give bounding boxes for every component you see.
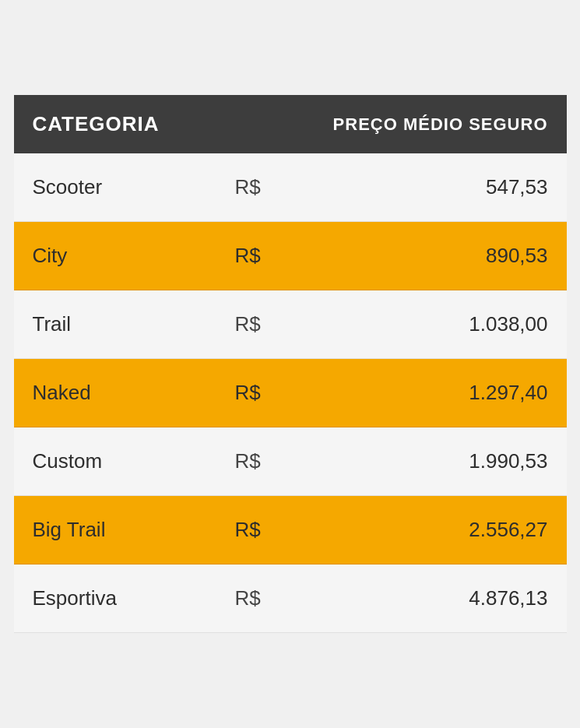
category-cell-big-trail: Big Trail: [14, 496, 216, 564]
value-cell-custom: 1.990,53: [279, 427, 567, 496]
value-cell-big-trail: 2.556,27: [279, 496, 567, 564]
value-cell-city: 890,53: [279, 222, 567, 290]
category-cell-esportiva: Esportiva: [14, 564, 216, 633]
currency-cell-scooter: R$: [216, 153, 279, 222]
value-cell-esportiva: 4.876,13: [279, 564, 567, 633]
header-price: PREÇO MÉDIO SEGURO: [216, 95, 567, 153]
category-cell-naked: Naked: [14, 359, 216, 427]
category-cell-city: City: [14, 222, 216, 290]
main-table-container: CATEGORIA PREÇO MÉDIO SEGURO ScooterR$54…: [14, 95, 567, 633]
table-row-city: CityR$890,53: [14, 222, 567, 290]
table-row-naked: NakedR$1.297,40: [14, 359, 567, 427]
header-category: CATEGORIA: [14, 95, 216, 153]
currency-cell-esportiva: R$: [216, 564, 279, 633]
currency-cell-city: R$: [216, 222, 279, 290]
currency-cell-trail: R$: [216, 290, 279, 359]
table-row-scooter: ScooterR$547,53: [14, 153, 567, 222]
table-row-custom: CustomR$1.990,53: [14, 427, 567, 496]
value-cell-scooter: 547,53: [279, 153, 567, 222]
category-cell-trail: Trail: [14, 290, 216, 359]
table-row-trail: TrailR$1.038,00: [14, 290, 567, 359]
category-cell-scooter: Scooter: [14, 153, 216, 222]
currency-cell-big-trail: R$: [216, 496, 279, 564]
value-cell-trail: 1.038,00: [279, 290, 567, 359]
currency-cell-custom: R$: [216, 427, 279, 496]
price-table: CATEGORIA PREÇO MÉDIO SEGURO ScooterR$54…: [14, 95, 567, 633]
value-cell-naked: 1.297,40: [279, 359, 567, 427]
table-header-row: CATEGORIA PREÇO MÉDIO SEGURO: [14, 95, 567, 153]
table-row-esportiva: EsportivaR$4.876,13: [14, 564, 567, 633]
table-body: ScooterR$547,53CityR$890,53TrailR$1.038,…: [14, 153, 567, 633]
currency-cell-naked: R$: [216, 359, 279, 427]
category-cell-custom: Custom: [14, 427, 216, 496]
table-row-big-trail: Big TrailR$2.556,27: [14, 496, 567, 564]
